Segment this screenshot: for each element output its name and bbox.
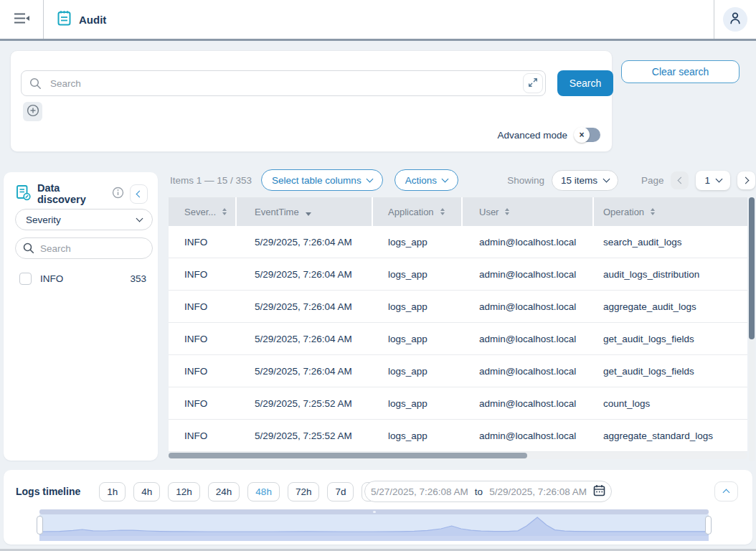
timeline-title: Logs timeline	[16, 486, 80, 497]
add-query-row-button[interactable]	[23, 102, 42, 121]
column-header-user[interactable]: User	[463, 197, 594, 226]
slider-grip-icon	[373, 511, 376, 513]
table-cell: logs_app	[373, 387, 463, 419]
page-number-value: 1	[704, 175, 710, 186]
column-header-operation[interactable]: Operation	[594, 197, 747, 226]
clear-search-button[interactable]: Clear search	[621, 60, 740, 83]
select-table-columns-label: Select table columns	[272, 175, 362, 186]
date-range-to-label: to	[475, 486, 483, 497]
range-button-48h[interactable]: 48h	[247, 482, 280, 501]
range-button-24h[interactable]: 24h	[208, 482, 240, 501]
page-number-dropdown[interactable]: 1	[696, 171, 730, 190]
previous-page-button[interactable]	[671, 171, 689, 189]
facet-label: INFO	[40, 273, 63, 284]
table-cell: search_audit_logs	[594, 226, 747, 258]
field-selector-dropdown[interactable]: Severity	[15, 209, 153, 230]
timeline-slider-track[interactable]	[39, 509, 709, 514]
column-header-eventtime[interactable]: EventTime	[237, 197, 373, 226]
sort-icon[interactable]	[505, 208, 509, 216]
app-root: Audit	[0, 0, 756, 551]
expand-search-button[interactable]	[523, 73, 543, 93]
table-row[interactable]: INFO5/29/2025, 7:26:04 AMlogs_appadmin@l…	[169, 226, 747, 258]
table-cell: 5/29/2025, 7:26:04 AM	[237, 355, 373, 387]
horizontal-scrollbar[interactable]	[169, 452, 747, 459]
select-table-columns-button[interactable]: Select table columns	[261, 169, 383, 191]
search-input-wrap	[21, 70, 546, 96]
brush-handle-left[interactable]	[37, 516, 43, 534]
vertical-scrollbar[interactable]	[749, 197, 755, 461]
user-menu-button[interactable]	[714, 0, 756, 39]
sort-desc-icon[interactable]	[306, 207, 311, 216]
table-cell: 5/29/2025, 7:25:52 AM	[237, 420, 373, 451]
expand-icon	[528, 77, 538, 90]
range-button-12h[interactable]: 12h	[168, 482, 200, 501]
sort-icon[interactable]	[651, 208, 655, 216]
calendar-icon	[593, 484, 605, 499]
table-cell: admin@localhost.local	[463, 226, 594, 258]
actions-button[interactable]: Actions	[394, 169, 458, 191]
table-cell: count_logs	[594, 387, 747, 419]
page-size-value: 15 items	[561, 175, 597, 186]
table-row[interactable]: INFO5/29/2025, 7:25:52 AMlogs_appadmin@l…	[169, 420, 747, 452]
facet-checkbox[interactable]	[19, 273, 32, 285]
info-icon[interactable]	[112, 187, 124, 201]
range-button-7d[interactable]: 7d	[327, 482, 354, 501]
table-row[interactable]: INFO5/29/2025, 7:25:52 AMlogs_appadmin@l…	[169, 387, 747, 420]
chevron-down-icon	[136, 215, 143, 222]
page-label: Page	[641, 175, 664, 186]
facet-search-input[interactable]	[15, 237, 153, 259]
table-cell: logs_app	[373, 420, 463, 451]
timeline-brush-area[interactable]	[39, 514, 709, 536]
range-button-4h[interactable]: 4h	[133, 482, 160, 501]
advanced-mode-row: Advanced mode ×	[497, 128, 600, 142]
date-range-picker[interactable]: 5/27/2025, 7:26:08 AM to 5/29/2025, 7:26…	[364, 481, 612, 502]
table-row[interactable]: INFO5/29/2025, 7:26:04 AMlogs_appadmin@l…	[169, 323, 747, 355]
toggle-off-icon: ×	[574, 127, 590, 143]
top-bar: Audit	[0, 0, 756, 41]
horizontal-scrollbar-thumb[interactable]	[169, 453, 527, 458]
sort-icon[interactable]	[440, 208, 445, 216]
search-input[interactable]	[21, 70, 546, 96]
logs-timeline-panel: Logs timeline 1h4h12h24h48h72h7d30dtoday…	[4, 470, 752, 545]
table-cell: INFO	[169, 226, 237, 258]
user-icon	[729, 11, 742, 27]
collapse-timeline-button[interactable]	[714, 481, 738, 501]
collapse-sidebar-button[interactable]	[130, 184, 148, 204]
actions-label: Actions	[405, 175, 437, 186]
next-page-button[interactable]	[737, 171, 755, 189]
sort-icon[interactable]	[222, 208, 227, 216]
range-button-72h[interactable]: 72h	[288, 482, 320, 501]
timeline-axis-strip	[39, 536, 709, 541]
table-body: INFO5/29/2025, 7:26:04 AMlogs_appadmin@l…	[169, 226, 747, 452]
audit-icon	[57, 10, 72, 29]
table-cell: INFO	[169, 420, 237, 451]
column-label: User	[479, 207, 499, 217]
sidebar-toggle-button[interactable]	[0, 0, 43, 39]
column-label: Operation	[603, 207, 644, 217]
facet-item[interactable]: INFO353	[4, 267, 158, 291]
page-size-dropdown[interactable]: 15 items	[552, 170, 618, 191]
avatar	[723, 7, 747, 32]
table-header-row: Sever...EventTimeApplicationUserOperatio…	[169, 197, 747, 226]
table-cell: 5/29/2025, 7:26:04 AM	[237, 291, 373, 322]
range-button-1h[interactable]: 1h	[99, 482, 126, 501]
pagination-group: Showing 15 items Page 1	[507, 170, 755, 191]
search-button[interactable]: Search	[557, 70, 613, 96]
table-cell: INFO	[169, 323, 237, 354]
table-row[interactable]: INFO5/29/2025, 7:26:04 AMlogs_appadmin@l…	[169, 291, 747, 323]
chevron-down-icon	[603, 176, 610, 183]
table-cell: logs_app	[373, 323, 463, 354]
advanced-mode-toggle[interactable]: ×	[575, 128, 600, 142]
table-row[interactable]: INFO5/29/2025, 7:26:04 AMlogs_appadmin@l…	[169, 355, 747, 387]
timeline-chart[interactable]	[39, 509, 709, 541]
column-label: Sever...	[184, 207, 216, 217]
table-cell: logs_app	[373, 258, 463, 290]
vertical-scrollbar-thumb[interactable]	[749, 197, 755, 339]
table-cell: admin@localhost.local	[463, 420, 594, 451]
brush-handle-right[interactable]	[705, 516, 712, 534]
column-header-severity[interactable]: Sever...	[169, 197, 237, 226]
table-cell: INFO	[169, 355, 237, 387]
table-row[interactable]: INFO5/29/2025, 7:26:04 AMlogs_appadmin@l…	[169, 258, 747, 291]
column-header-application[interactable]: Application	[373, 197, 463, 226]
data-discovery-panel: Data discovery Severity	[4, 172, 158, 461]
